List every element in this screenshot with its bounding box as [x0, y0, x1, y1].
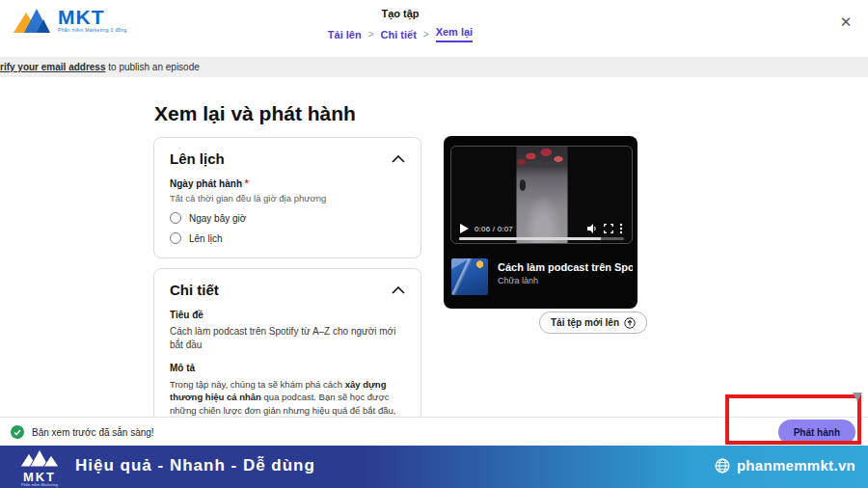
radio-option-schedule[interactable]: Lên lịch [170, 232, 405, 244]
footer-brand-tagline: Phần mềm Marketing [18, 482, 61, 487]
title-field-label: Tiêu đề [170, 310, 405, 320]
brand-name: MKT [58, 8, 127, 27]
footer-website: phanmemmkt.vn [715, 457, 855, 474]
footer-mkt-logo: MKT Phần mềm Marketing [18, 448, 61, 487]
schedule-card-title: Lên lịch [170, 150, 225, 167]
episode-card-subtitle: Chữa lành [498, 276, 633, 285]
bottom-status-bar: Bản xem trước đã sẵn sàng! Phát hành [0, 417, 868, 447]
footer-mkt-logo-icon [19, 448, 60, 468]
progress-fill [459, 237, 601, 240]
watermark-footer: MKT Phần mềm Marketing Hiệu quả - Nhanh … [0, 446, 868, 488]
footer-slogan: Hiệu quả - Nhanh - Dễ dùng [75, 456, 315, 475]
close-icon[interactable]: ✕ [835, 12, 856, 33]
wizard-steps: Tải lên > Chi tiết > Xem lại [318, 26, 482, 42]
chevron-up-icon[interactable] [392, 286, 405, 294]
email-verify-banner: rify your email address to publish an ep… [0, 57, 868, 77]
episode-row: Cách làm podcast trên Spoti... Chữa lành [451, 258, 633, 295]
details-card-title: Chi tiết [170, 282, 219, 298]
details-card: Chi tiết Tiêu đề Cách làm podcast trên S… [153, 268, 421, 422]
chevron-up-icon[interactable] [392, 155, 405, 163]
fullscreen-icon[interactable] [604, 224, 613, 233]
radio-icon[interactable] [170, 232, 181, 244]
brand-tagline: Phần mềm Marketing 0 đồng [58, 27, 127, 33]
video-player[interactable]: 0:06 / 0:07 [450, 146, 633, 244]
create-episode-screen: MKT Phần mềm Marketing 0 đồng Tạo tập Tả… [0, 0, 868, 488]
time-display: 0:06 / 0:07 [475, 225, 513, 233]
cursor-arrow [853, 393, 862, 401]
radio-icon[interactable] [170, 212, 181, 224]
step-upload[interactable]: Tải lên [328, 29, 362, 41]
footer-brand-name: MKT [18, 472, 61, 482]
radio-option-now[interactable]: Ngay bây giờ [170, 212, 405, 224]
timezone-helper: Tất cả thời gian đều là giờ địa phương [170, 193, 405, 203]
kebab-menu-icon[interactable] [619, 223, 623, 234]
verify-email-link[interactable]: rify your email address [0, 62, 106, 72]
header: MKT Phần mềm Marketing 0 đồng Tạo tập Tả… [0, 0, 868, 56]
check-icon [11, 425, 24, 439]
publish-date-label: Ngày phát hành [170, 178, 242, 189]
verify-email-text: to publish an episode [106, 62, 200, 72]
page-title: Xem lại và phát hành [154, 102, 356, 125]
chevron-right-icon: > [368, 29, 374, 40]
description-field-label: Mô tả [170, 363, 405, 373]
globe-icon [715, 458, 730, 474]
volume-icon[interactable] [587, 224, 598, 233]
required-asterisk: * [245, 178, 249, 189]
upload-new-file-button[interactable]: Tải tệp mới lên [539, 312, 647, 334]
wizard-nav: Tạo tập Tải lên > Chi tiết > Xem lại [318, 8, 482, 42]
mkt-logo-icon [14, 7, 52, 34]
video-controls: 0:06 / 0:07 [451, 223, 632, 234]
preview-ready-message: Bản xem trước đã sẵn sàng! [32, 427, 154, 438]
episode-card-title: Cách làm podcast trên Spoti... [498, 261, 633, 273]
step-review[interactable]: Xem lại [436, 26, 474, 42]
video-preview-card: 0:06 / 0:07 Cách làm podcast trên Spoti.… [444, 136, 637, 309]
chevron-right-icon: > [423, 29, 429, 40]
episode-title-value: Cách làm podcast trên Spotify từ A–Z cho… [170, 325, 405, 351]
step-details[interactable]: Chi tiết [381, 29, 417, 41]
publish-button[interactable]: Phát hành [778, 420, 855, 445]
schedule-card: Lên lịch Ngày phát hành * Tất cả thời gi… [153, 137, 421, 258]
footer-website-text: phanmemmkt.vn [737, 457, 855, 474]
episode-cover-art [451, 258, 488, 295]
progress-bar[interactable] [459, 237, 624, 240]
wizard-title: Tạo tập [318, 8, 482, 19]
play-icon[interactable] [460, 224, 469, 233]
mkt-logo: MKT Phần mềm Marketing 0 đồng [14, 7, 127, 34]
upload-icon [624, 317, 636, 329]
